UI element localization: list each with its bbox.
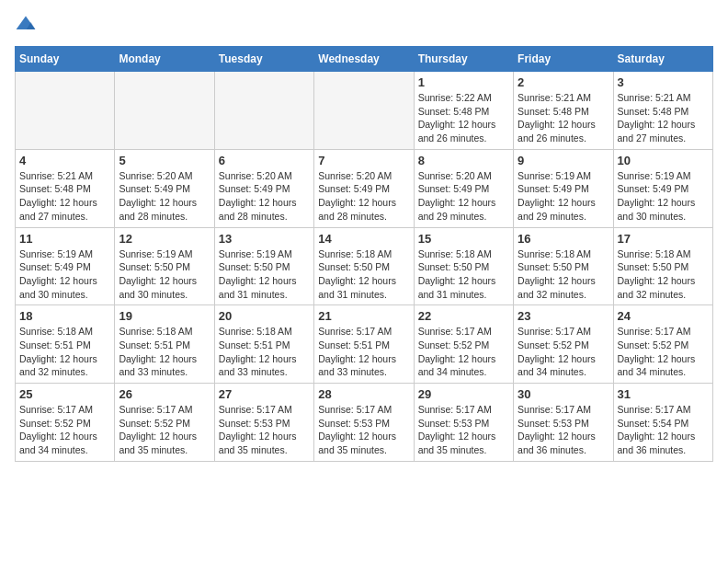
day-info: Sunrise: 5:21 AM Sunset: 5:48 PM Dayligh… [618, 91, 709, 145]
calendar-cell: 9Sunrise: 5:19 AM Sunset: 5:49 PM Daylig… [514, 149, 613, 227]
day-number: 14 [318, 232, 409, 246]
day-number: 12 [119, 232, 210, 246]
day-number: 21 [318, 309, 409, 323]
calendar-cell: 30Sunrise: 5:17 AM Sunset: 5:53 PM Dayli… [514, 384, 613, 462]
calendar-cell: 8Sunrise: 5:20 AM Sunset: 5:49 PM Daylig… [414, 149, 513, 227]
calendar-cell: 15Sunrise: 5:18 AM Sunset: 5:50 PM Dayli… [414, 227, 513, 305]
calendar-cell [314, 72, 414, 150]
day-number: 2 [518, 75, 609, 89]
day-number: 11 [19, 232, 110, 246]
day-header-friday: Friday [514, 47, 613, 72]
day-number: 30 [518, 387, 609, 401]
day-info: Sunrise: 5:17 AM Sunset: 5:53 PM Dayligh… [418, 403, 509, 457]
day-number: 7 [318, 154, 409, 167]
day-info: Sunrise: 5:18 AM Sunset: 5:51 PM Dayligh… [219, 325, 310, 379]
day-number: 6 [219, 154, 310, 167]
day-info: Sunrise: 5:19 AM Sunset: 5:50 PM Dayligh… [219, 247, 310, 302]
calendar-cell: 17Sunrise: 5:18 AM Sunset: 5:50 PM Dayli… [613, 227, 712, 305]
day-number: 26 [119, 387, 210, 401]
day-number: 17 [618, 232, 709, 246]
day-number: 23 [518, 309, 609, 323]
day-number: 28 [318, 387, 409, 401]
day-info: Sunrise: 5:18 AM Sunset: 5:51 PM Dayligh… [119, 325, 210, 379]
day-number: 10 [618, 154, 709, 167]
calendar-cell [16, 72, 115, 150]
day-number: 8 [418, 154, 509, 167]
day-header-sunday: Sunday [16, 47, 115, 72]
calendar-cell [214, 72, 313, 150]
day-info: Sunrise: 5:17 AM Sunset: 5:52 PM Dayligh… [618, 325, 709, 379]
day-info: Sunrise: 5:21 AM Sunset: 5:48 PM Dayligh… [518, 91, 609, 145]
calendar-cell: 14Sunrise: 5:18 AM Sunset: 5:50 PM Dayli… [314, 227, 414, 305]
day-info: Sunrise: 5:19 AM Sunset: 5:50 PM Dayligh… [119, 247, 210, 302]
calendar-cell: 29Sunrise: 5:17 AM Sunset: 5:53 PM Dayli… [414, 384, 513, 462]
day-info: Sunrise: 5:17 AM Sunset: 5:54 PM Dayligh… [618, 403, 709, 457]
calendar-table: SundayMondayTuesdayWednesdayThursdayFrid… [15, 46, 713, 462]
calendar-cell: 10Sunrise: 5:19 AM Sunset: 5:49 PM Dayli… [613, 149, 712, 227]
calendar-cell: 19Sunrise: 5:18 AM Sunset: 5:51 PM Dayli… [115, 305, 214, 384]
calendar-cell: 4Sunrise: 5:21 AM Sunset: 5:48 PM Daylig… [16, 149, 115, 227]
calendar-cell: 23Sunrise: 5:17 AM Sunset: 5:52 PM Dayli… [514, 305, 613, 384]
day-header-thursday: Thursday [414, 47, 513, 72]
logo-icon [15, 15, 37, 37]
day-info: Sunrise: 5:17 AM Sunset: 5:53 PM Dayligh… [518, 403, 609, 457]
calendar-cell: 13Sunrise: 5:19 AM Sunset: 5:50 PM Dayli… [214, 227, 313, 305]
day-number: 31 [618, 387, 709, 401]
day-info: Sunrise: 5:18 AM Sunset: 5:50 PM Dayligh… [618, 247, 709, 302]
calendar-week-row: 18Sunrise: 5:18 AM Sunset: 5:51 PM Dayli… [16, 305, 713, 384]
day-info: Sunrise: 5:17 AM Sunset: 5:53 PM Dayligh… [219, 403, 310, 457]
calendar-cell: 22Sunrise: 5:17 AM Sunset: 5:52 PM Dayli… [414, 305, 513, 384]
day-info: Sunrise: 5:19 AM Sunset: 5:49 PM Dayligh… [618, 169, 709, 224]
calendar-cell: 1Sunrise: 5:22 AM Sunset: 5:48 PM Daylig… [414, 72, 513, 150]
day-number: 15 [418, 232, 509, 246]
day-number: 3 [618, 75, 709, 89]
day-info: Sunrise: 5:20 AM Sunset: 5:49 PM Dayligh… [318, 169, 409, 224]
calendar-cell: 3Sunrise: 5:21 AM Sunset: 5:48 PM Daylig… [613, 72, 712, 150]
day-info: Sunrise: 5:17 AM Sunset: 5:52 PM Dayligh… [418, 325, 509, 379]
day-info: Sunrise: 5:18 AM Sunset: 5:50 PM Dayligh… [318, 247, 409, 302]
day-header-wednesday: Wednesday [314, 47, 414, 72]
calendar-cell: 31Sunrise: 5:17 AM Sunset: 5:54 PM Dayli… [613, 384, 712, 462]
calendar-cell: 6Sunrise: 5:20 AM Sunset: 5:49 PM Daylig… [214, 149, 313, 227]
day-number: 9 [518, 154, 609, 167]
calendar-cell: 20Sunrise: 5:18 AM Sunset: 5:51 PM Dayli… [214, 305, 313, 384]
day-info: Sunrise: 5:19 AM Sunset: 5:49 PM Dayligh… [518, 169, 609, 224]
day-number: 5 [119, 154, 210, 167]
day-info: Sunrise: 5:17 AM Sunset: 5:52 PM Dayligh… [19, 403, 110, 457]
day-info: Sunrise: 5:17 AM Sunset: 5:52 PM Dayligh… [518, 325, 609, 379]
day-number: 20 [219, 309, 310, 323]
calendar-cell [115, 72, 214, 150]
day-number: 25 [19, 387, 110, 401]
day-info: Sunrise: 5:20 AM Sunset: 5:49 PM Dayligh… [418, 169, 509, 224]
calendar-cell: 5Sunrise: 5:20 AM Sunset: 5:49 PM Daylig… [115, 149, 214, 227]
calendar-cell: 24Sunrise: 5:17 AM Sunset: 5:52 PM Dayli… [613, 305, 712, 384]
calendar-header-row: SundayMondayTuesdayWednesdayThursdayFrid… [16, 47, 713, 72]
calendar-cell: 28Sunrise: 5:17 AM Sunset: 5:53 PM Dayli… [314, 384, 414, 462]
day-number: 18 [19, 309, 110, 323]
day-number: 27 [219, 387, 310, 401]
calendar-cell: 21Sunrise: 5:17 AM Sunset: 5:51 PM Dayli… [314, 305, 414, 384]
day-info: Sunrise: 5:18 AM Sunset: 5:50 PM Dayligh… [518, 247, 609, 302]
calendar-cell: 12Sunrise: 5:19 AM Sunset: 5:50 PM Dayli… [115, 227, 214, 305]
calendar-week-row: 4Sunrise: 5:21 AM Sunset: 5:48 PM Daylig… [16, 149, 713, 227]
calendar-cell: 26Sunrise: 5:17 AM Sunset: 5:52 PM Dayli… [115, 384, 214, 462]
calendar-cell: 2Sunrise: 5:21 AM Sunset: 5:48 PM Daylig… [514, 72, 613, 150]
day-info: Sunrise: 5:20 AM Sunset: 5:49 PM Dayligh… [219, 169, 310, 224]
day-number: 22 [418, 309, 509, 323]
day-number: 1 [418, 75, 509, 89]
calendar-cell: 25Sunrise: 5:17 AM Sunset: 5:52 PM Dayli… [16, 384, 115, 462]
calendar-cell: 7Sunrise: 5:20 AM Sunset: 5:49 PM Daylig… [314, 149, 414, 227]
page-header [15, 15, 713, 37]
day-number: 24 [618, 309, 709, 323]
day-header-tuesday: Tuesday [214, 47, 313, 72]
day-info: Sunrise: 5:19 AM Sunset: 5:49 PM Dayligh… [19, 247, 110, 302]
day-info: Sunrise: 5:18 AM Sunset: 5:50 PM Dayligh… [418, 247, 509, 302]
day-number: 19 [119, 309, 210, 323]
day-number: 16 [518, 232, 609, 246]
calendar-cell: 27Sunrise: 5:17 AM Sunset: 5:53 PM Dayli… [214, 384, 313, 462]
day-info: Sunrise: 5:17 AM Sunset: 5:53 PM Dayligh… [318, 403, 409, 457]
day-info: Sunrise: 5:22 AM Sunset: 5:48 PM Dayligh… [418, 91, 509, 145]
day-number: 4 [19, 154, 110, 167]
day-header-saturday: Saturday [613, 47, 712, 72]
day-number: 13 [219, 232, 310, 246]
